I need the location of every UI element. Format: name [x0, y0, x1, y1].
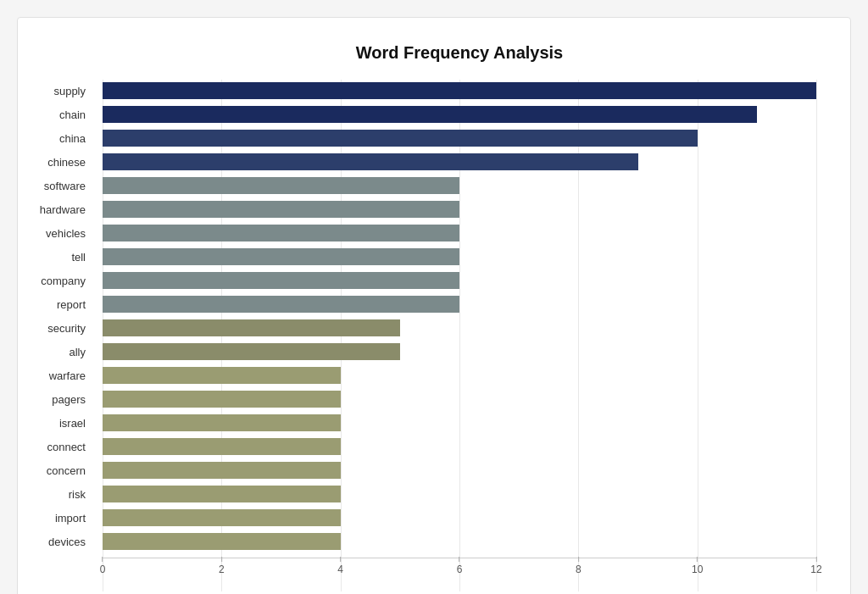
- bar-wrapper: [103, 438, 816, 455]
- bar-wrapper: [103, 106, 816, 123]
- bar-label: chain: [18, 108, 94, 121]
- bar-label: security: [18, 322, 94, 335]
- bar-label: company: [18, 275, 94, 287]
- bar-label: chinese: [18, 156, 94, 169]
- bar-row: devices: [103, 530, 816, 552]
- x-tick: 10: [692, 563, 703, 575]
- bar: [103, 438, 341, 455]
- bar-label: risk: [18, 488, 94, 501]
- bar-wrapper: [103, 272, 816, 289]
- bar-wrapper: [103, 319, 816, 336]
- bar-row: security: [103, 317, 816, 339]
- bar-label: import: [18, 512, 94, 525]
- bar-row: connect: [103, 436, 816, 458]
- bar-row: tell: [103, 246, 816, 268]
- bar-label: warfare: [18, 369, 94, 382]
- bar-label: ally: [18, 346, 94, 358]
- bar-label: vehicles: [18, 227, 94, 240]
- bar-wrapper: [103, 414, 816, 431]
- bar: [103, 367, 341, 384]
- bar-row: company: [103, 269, 816, 291]
- x-tick: 2: [219, 563, 225, 575]
- bar-label: concern: [18, 464, 94, 477]
- bar: [103, 391, 341, 408]
- bar: [103, 533, 341, 550]
- bar: [103, 106, 757, 123]
- bar: [103, 177, 459, 194]
- bar-label: tell: [18, 251, 94, 264]
- bar-label: devices: [18, 536, 94, 548]
- bar: [103, 82, 816, 99]
- x-tick: 8: [576, 563, 581, 575]
- bar-row: supply: [103, 80, 816, 102]
- bar-wrapper: [103, 130, 816, 147]
- bar-wrapper: [103, 201, 816, 218]
- bar-row: software: [103, 175, 816, 197]
- bar: [103, 414, 341, 431]
- x-tick: 12: [810, 563, 821, 575]
- bar-wrapper: [103, 225, 816, 241]
- bar-wrapper: [103, 153, 816, 170]
- bar-wrapper: [103, 391, 816, 408]
- bar-row: china: [103, 127, 816, 149]
- bar: [103, 225, 459, 241]
- bar-row: vehicles: [103, 222, 816, 244]
- bar-row: ally: [103, 341, 816, 363]
- bar-row: concern: [103, 459, 816, 481]
- bar: [103, 248, 459, 265]
- bar-wrapper: [103, 486, 816, 502]
- bar-wrapper: [103, 296, 816, 313]
- bar-label: pagers: [18, 393, 94, 406]
- bar-row: pagers: [103, 388, 816, 410]
- bar: [103, 153, 638, 170]
- bar-label: connect: [18, 441, 94, 453]
- chart-title: Word Frequency Analysis: [103, 43, 816, 63]
- bar-wrapper: [103, 177, 816, 194]
- bar-row: import: [103, 507, 816, 529]
- bar-row: israel: [103, 412, 816, 434]
- bar-wrapper: [103, 462, 816, 479]
- bar-label: supply: [18, 85, 94, 97]
- bar-row: report: [103, 293, 816, 315]
- bar-row: warfare: [103, 364, 816, 386]
- bar: [103, 130, 698, 147]
- bar-wrapper: [103, 367, 816, 384]
- x-tick: 0: [100, 563, 106, 575]
- bar-label: israel: [18, 417, 94, 430]
- bar: [103, 319, 400, 336]
- bar-label: hardware: [18, 203, 94, 216]
- bar-label: software: [18, 180, 94, 192]
- bar-row: chinese: [103, 151, 816, 173]
- x-tick: 4: [337, 563, 343, 575]
- bar-wrapper: [103, 248, 816, 265]
- x-tick: 6: [457, 563, 463, 575]
- bar: [103, 509, 341, 526]
- bar-wrapper: [103, 533, 816, 550]
- bar-row: chain: [103, 103, 816, 125]
- bar: [103, 272, 459, 289]
- bar-row: hardware: [103, 198, 816, 220]
- bar-wrapper: [103, 343, 816, 360]
- x-axis: 024681012: [103, 558, 816, 591]
- bar-wrapper: [103, 82, 816, 99]
- bar: [103, 486, 341, 502]
- chart-container: Word Frequency Analysis supplychainchina…: [17, 17, 851, 594]
- bar-label: report: [18, 298, 94, 311]
- bar-wrapper: [103, 509, 816, 526]
- bar-label: china: [18, 132, 94, 145]
- bar: [103, 296, 459, 313]
- bar: [103, 462, 341, 479]
- bar: [103, 343, 400, 360]
- chart-area: supplychainchinachinesesoftwarehardwarev…: [103, 80, 816, 591]
- bar: [103, 201, 459, 218]
- bar-row: risk: [103, 483, 816, 505]
